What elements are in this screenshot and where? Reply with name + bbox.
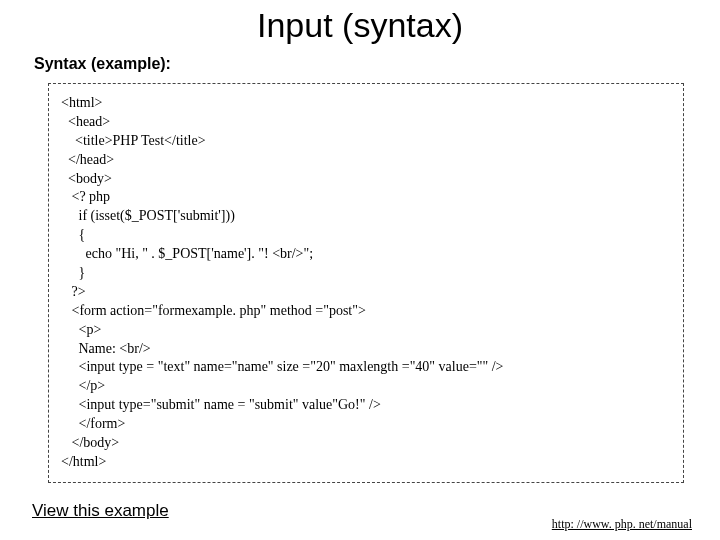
view-example-link[interactable]: View this example xyxy=(32,501,169,521)
page-title: Input (syntax) xyxy=(0,6,720,45)
section-heading: Syntax (example): xyxy=(34,55,720,73)
code-block: <html> <head> <title>PHP Test</title> </… xyxy=(61,94,671,472)
footer-source-link[interactable]: http: //www. php. net/manual xyxy=(552,517,692,532)
code-box: <html> <head> <title>PHP Test</title> </… xyxy=(48,83,684,483)
slide: Input (syntax) Syntax (example): <html> … xyxy=(0,6,720,540)
